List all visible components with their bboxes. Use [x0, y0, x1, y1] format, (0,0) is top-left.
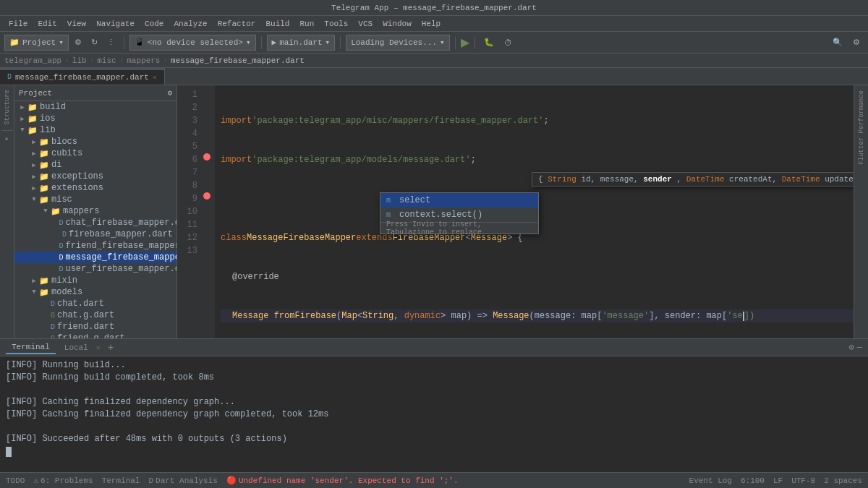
tab-message-firebase-mapper[interactable]: D message_firebase_mapper.dart ✕ [0, 69, 165, 85]
toolbar-settings-btn[interactable]: ⚙ [71, 36, 85, 48]
tree-item-blocs[interactable]: ▶ 📁 blocs [14, 136, 176, 147]
terminal-minimize-btn[interactable]: — [857, 343, 862, 353]
menu-window[interactable]: Window [378, 18, 416, 30]
tree-item-chat-dart[interactable]: ▶ D chat.dart [14, 298, 176, 309]
menu-vcs[interactable]: VCS [354, 18, 377, 30]
tree-item-exceptions[interactable]: ▶ 📁 exceptions [14, 171, 176, 182]
terminal-subtab-local[interactable]: Local [64, 343, 88, 352]
menu-refactor[interactable]: Refactor [213, 18, 260, 30]
device-label: <no device selected> [148, 38, 243, 47]
toolbar-sep5 [475, 36, 475, 49]
device-dropdown[interactable]: 📱 <no device selected> ▾ [129, 35, 256, 51]
position-status[interactable]: 6:100 [741, 476, 765, 485]
terminal-settings-btn[interactable]: ⚙ [849, 342, 854, 353]
tree-item-message-firebase-mapper[interactable]: ▶ D message_firebase_mapper.dart [14, 252, 176, 263]
code-editor[interactable]: 1 2 3 4 5 6 7 8 9 10 11 12 13 [177, 85, 854, 338]
tree-item-friend-dart[interactable]: ▶ D friend.dart [14, 321, 176, 333]
tree-label-user-firebase-mapper: user_firebase_mapper.dart [65, 264, 177, 274]
terminal-status-label: Terminal [102, 476, 140, 485]
menu-code[interactable]: Code [140, 18, 168, 30]
problems-status[interactable]: ⚠ 6: Problems [33, 476, 93, 485]
toolbar-more-btn[interactable]: ⋮ [103, 36, 119, 48]
arrow-mixin: ▶ [30, 277, 38, 285]
terminal-local-close[interactable]: ✕ [96, 343, 101, 352]
sidebar-tree: ▶ 📁 build ▶ 📁 ios ▼ 📁 lib ▶ 📁 blocs [14, 101, 176, 338]
menu-help[interactable]: Help [417, 18, 445, 30]
menu-edit[interactable]: Edit [33, 18, 61, 30]
tree-item-lib[interactable]: ▼ 📁 lib [14, 124, 176, 136]
editor-area: 1 2 3 4 5 6 7 8 9 10 11 12 13 [177, 85, 854, 338]
breadcrumb-mappers[interactable]: mappers [127, 56, 160, 65]
ac-label-context-select: context.select() [399, 210, 482, 220]
structure-icon[interactable]: Structure [2, 87, 12, 128]
tree-item-di[interactable]: ▶ 📁 di [14, 159, 176, 171]
breadcrumb-misc[interactable]: misc [97, 56, 116, 65]
menu-file[interactable]: File [4, 18, 32, 30]
folder-mappers-icon: 📁 [51, 207, 61, 216]
indentation-status[interactable]: 2 spaces [824, 476, 862, 485]
tree-item-friend-g-dart[interactable]: ▶ G friend.g.dart [14, 333, 176, 338]
tree-item-chat-firebase-mapper[interactable]: ▶ D chat_firebase_mapper.dart [14, 217, 176, 228]
tree-item-extensions[interactable]: ▶ 📁 extensions [14, 182, 176, 194]
run-button[interactable]: ▶ [461, 35, 469, 49]
dart-icon-chat: D [51, 300, 55, 308]
dart-analysis-status[interactable]: D Dart Analysis [148, 476, 217, 485]
tree-item-cubits[interactable]: ▶ 📁 cubits [14, 147, 176, 159]
tree-label-friend-g-dart: friend.g.dart [57, 333, 125, 338]
menu-navigate[interactable]: Navigate [92, 18, 139, 30]
tree-item-build[interactable]: ▶ 📁 build [14, 101, 176, 113]
event-log-status[interactable]: Event Log [689, 476, 732, 485]
flutter-performance-label[interactable]: Flutter Performance [856, 88, 867, 167]
tab-close-btn[interactable]: ✕ [153, 73, 157, 82]
line-sep-status[interactable]: LF [773, 476, 783, 485]
tree-item-models[interactable]: ▼ 📁 models [14, 286, 176, 298]
debug-btn[interactable]: 🐛 [480, 36, 498, 48]
folder-ios-icon: 📁 [27, 114, 38, 124]
project-dropdown[interactable]: 📁 Project ▾ [4, 35, 69, 51]
tree-label-mappers: mappers [63, 206, 99, 216]
profile-btn[interactable]: ⏱ [501, 37, 516, 48]
tree-item-firebase-mapper[interactable]: ▶ D firebase_mapper.dart [14, 228, 176, 240]
menu-tools[interactable]: Tools [320, 18, 352, 30]
tree-label-chat-firebase-mapper: chat_firebase_mapper.dart [65, 218, 177, 228]
tree-item-chat-g-dart[interactable]: ▶ G chat.g.dart [14, 309, 176, 321]
toolbar-sync-btn[interactable]: ↻ [88, 36, 101, 48]
search-btn[interactable]: 🔍 [829, 36, 846, 48]
tree-item-mixin[interactable]: ▶ 📁 mixin [14, 275, 176, 286]
arrow-build: ▶ [19, 103, 26, 111]
sidebar-header: Project ⚙ [14, 85, 176, 101]
ac-item-select[interactable]: m select [380, 193, 538, 207]
settings-btn[interactable]: ⚙ [849, 36, 864, 48]
todo-label: TODO [6, 476, 25, 485]
terminal-tab-local[interactable]: Terminal [6, 341, 56, 354]
favorites-icon[interactable]: ★ [2, 133, 12, 146]
tree-item-misc[interactable]: ▼ 📁 misc [14, 194, 176, 205]
encoding-status[interactable]: UTF-8 [791, 476, 815, 485]
arrow-lib: ▼ [19, 127, 26, 134]
error-status[interactable]: 🔴 Undefined name 'sender'. Expected to f… [226, 476, 459, 485]
menu-run[interactable]: Run [295, 18, 318, 30]
breadcrumb-root[interactable]: telegram_app [4, 56, 61, 65]
line-numbers: 1 2 3 4 5 6 7 8 9 10 11 12 13 [177, 85, 203, 338]
loading-devices-dropdown[interactable]: Loading Devices... ▾ [346, 35, 449, 51]
terminal-add-btn[interactable]: + [108, 342, 114, 354]
tree-item-mappers[interactable]: ▼ 📁 mappers [14, 205, 176, 217]
ac-hint-text: Press Invio to insert, Tabulazione to re… [386, 221, 532, 236]
status-bar: TODO ⚠ 6: Problems Terminal D Dart Analy… [0, 472, 868, 488]
autocomplete-popup: m select m context.select() Press Invio … [380, 192, 539, 234]
todo-status[interactable]: TODO [6, 476, 25, 485]
main-dart-dropdown[interactable]: ▶ main.dart ▾ [267, 35, 336, 51]
folder-lib-icon: 📁 [27, 126, 38, 135]
terminal-content[interactable]: [INFO] Running build... [INFO] Running b… [0, 356, 868, 472]
menu-analyze[interactable]: Analyze [169, 18, 211, 30]
tree-item-user-firebase-mapper[interactable]: ▶ D user_firebase_mapper.dart [14, 263, 176, 275]
position-label: 6:100 [741, 476, 765, 485]
tree-item-ios[interactable]: ▶ 📁 ios [14, 113, 176, 124]
terminal-status[interactable]: Terminal [102, 476, 140, 485]
sidebar-gear-icon[interactable]: ⚙ [167, 88, 172, 98]
tree-item-friend-firebase-mapper[interactable]: ▶ D friend_firebase_mapper.dart [14, 240, 176, 252]
menu-build[interactable]: Build [261, 18, 294, 30]
menu-view[interactable]: View [63, 18, 90, 30]
breadcrumb-lib[interactable]: lib [72, 56, 87, 65]
tree-label-cubits: cubits [51, 148, 82, 158]
